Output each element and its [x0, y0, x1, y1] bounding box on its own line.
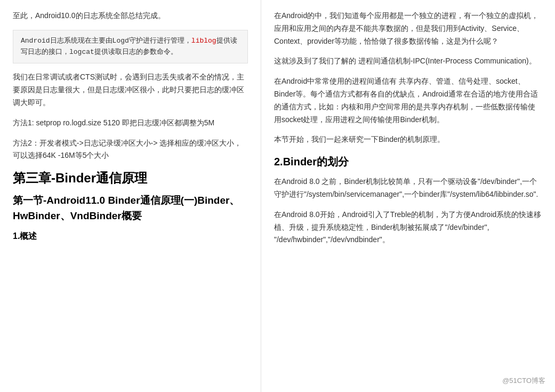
- binder-before-8-text: 在Android 8.0 之前，Binder机制比较简单，只有一个驱动设备"/d…: [274, 175, 542, 201]
- log-issue-content: 我们在日常调试或者CTS测试时，会遇到日志丢失或者不全的情况，主要原因是日志量很…: [13, 73, 244, 107]
- method1-label: 方法1: setprop ro.logd.size 5120: [13, 118, 120, 127]
- ipc-intro-content: 在Android的中，我们知道每个应用都是一个独立的进程，有一个独立的虚拟机，应…: [274, 11, 538, 45]
- binder-intro-text: 本节开始，我们一起来研究一下Binder的机制原理。: [274, 133, 542, 146]
- log-issue-description: 我们在日常调试或者CTS测试时，会遇到日志丢失或者不全的情况，主要原因是日志量很…: [13, 71, 248, 109]
- method1-text: 方法1: setprop ro.logd.size 5120 即把日志缓冲区都调…: [13, 118, 214, 127]
- left-column: 至此，Android10.0的日志系统全部总结完成。 Android日志系统现在…: [0, 0, 261, 392]
- method1-desc: 即把日志缓冲区都调整为5M: [120, 118, 214, 127]
- log-system-description: Android日志系统现在主要由Logd守护进行进行管理，liblog提供读写日…: [13, 30, 248, 64]
- ipc-methods-content: 在Android中常常使用的进程间通信有 共享内存、管道、信号处理、socket…: [274, 77, 538, 123]
- ipc-methods-text: 在Android中常常使用的进程间通信有 共享内存、管道、信号处理、socket…: [274, 75, 542, 126]
- binder-before-8-content: 在Android 8.0 之前，Binder机制比较简单，只有一个驱动设备"/d…: [274, 177, 538, 198]
- binder-intro-content: 本节开始，我们一起来研究一下Binder的机制原理。: [274, 135, 445, 143]
- ipc-definition-content: 这就涉及到了我们了解的 进程间通信机制-IPC(Inter-Process Co…: [274, 57, 536, 65]
- section-title: 第一节-Android11.0 Binder通信原理(一)Binder、HwBi…: [13, 193, 248, 223]
- method1-block: 方法1: setprop ro.logd.size 5120 即把日志缓冲区都调…: [13, 117, 248, 130]
- right-column: 在Android的中，我们知道每个应用都是一个独立的进程，有一个独立的虚拟机，应…: [261, 0, 555, 392]
- chapter-title: 第三章-Binder通信原理: [13, 170, 248, 187]
- ipc-definition-text: 这就涉及到了我们了解的 进程间通信机制-IPC(Inter-Process Co…: [274, 55, 542, 68]
- binder-after-8-text: 在Android 8.0开始，Android引入了Treble的机制，为了方便A…: [274, 209, 542, 246]
- liblog-code: liblog: [191, 37, 216, 45]
- watermark: @51CTO博客: [502, 376, 545, 386]
- method2-content: 方法2：开发者模式->日志记录缓冲区大小-> 选择相应的缓冲区大小，可以选择64…: [13, 139, 242, 160]
- summary-content: 至此，Android10.0的日志系统全部总结完成。: [13, 11, 165, 20]
- method2-block: 方法2：开发者模式->日志记录缓冲区大小-> 选择相应的缓冲区大小，可以选择64…: [13, 137, 248, 163]
- logd-text: Android日志系统现在主要由Logd守护进行进行管理，liblog提供读写日…: [21, 37, 237, 56]
- subsection-title: 1.概述: [13, 231, 248, 242]
- binder-after-8-content: 在Android 8.0开始，Android引入了Treble的机制，为了方便A…: [274, 210, 541, 244]
- page-container: 至此，Android10.0的日志系统全部总结完成。 Android日志系统现在…: [0, 0, 555, 392]
- binder-division-title: 2.Binder的划分: [274, 155, 542, 169]
- summary-text: 至此，Android10.0的日志系统全部总结完成。: [13, 10, 248, 22]
- ipc-intro-text: 在Android的中，我们知道每个应用都是一个独立的进程，有一个独立的虚拟机，应…: [274, 10, 542, 47]
